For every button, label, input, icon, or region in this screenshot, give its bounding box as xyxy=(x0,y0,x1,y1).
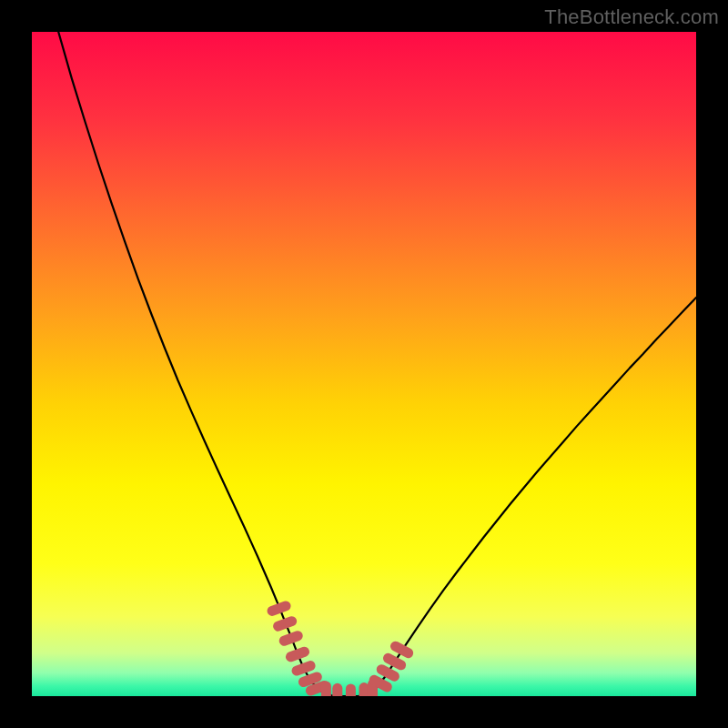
plot-area xyxy=(32,32,696,696)
frame: TheBottleneck.com xyxy=(0,0,728,728)
highlight-marker xyxy=(332,683,342,696)
highlight-marker xyxy=(321,682,331,696)
watermark-text: TheBottleneck.com xyxy=(544,5,719,29)
gradient-background xyxy=(32,32,696,696)
highlight-marker xyxy=(359,682,369,696)
chart-svg xyxy=(32,32,696,696)
highlight-marker xyxy=(346,684,356,697)
